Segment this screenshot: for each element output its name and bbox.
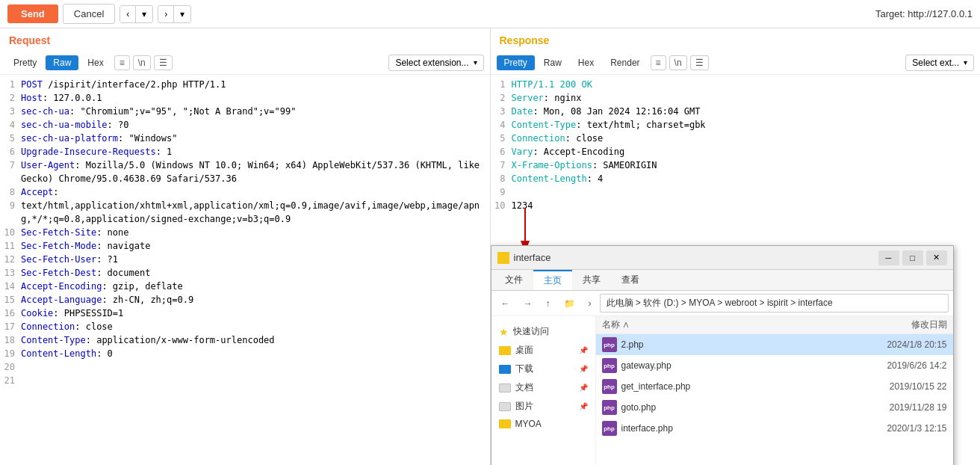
exp-ribbon-tab-file[interactable]: 文件 [494, 270, 533, 290]
exp-sidebar-item-documents[interactable]: 文档 📌 [491, 378, 595, 397]
line-number: 19 [0, 347, 21, 360]
exp-ribbon-tab-view[interactable]: 查看 [611, 270, 650, 290]
nav-forward-group: › ▾ [158, 5, 191, 23]
request-line: 9text/html,application/xhtml+xml,applica… [0, 199, 490, 226]
request-line: 2Host: 127.0.0.1 [0, 91, 490, 105]
response-line: 8Content-Length: 4 [491, 172, 981, 185]
line-content: Connection: close [21, 320, 490, 333]
nav-forward-dropdown-button[interactable]: ▾ [174, 6, 190, 22]
request-line: 5sec-ch-ua-platform: "Windows" [0, 132, 490, 145]
exp-file-date: 2024/1/8 20:15 [858, 339, 947, 350]
exp-sidebar-item-downloads[interactable]: 下载 📌 [491, 360, 595, 378]
main-content: Request Pretty Raw Hex ≡ \n ☰ Select ext… [0, 28, 980, 465]
response-panel: Response Pretty Raw Hex Render ≡ \n ☰ Se… [491, 28, 981, 465]
request-panel: Request Pretty Raw Hex ≡ \n ☰ Select ext… [0, 28, 491, 465]
tab-request-pretty[interactable]: Pretty [6, 55, 44, 70]
nav-back-button[interactable]: ‹ [120, 6, 136, 22]
tab-response-hex[interactable]: Hex [571, 55, 601, 70]
exp-file-name: get_interface.php [621, 381, 853, 392]
php-file-icon: php [602, 421, 617, 436]
line-number: 11 [0, 239, 21, 253]
line-content: Content-Type: application/x-www-form-url… [21, 333, 490, 347]
line-number: 20 [0, 360, 21, 374]
line-content: Server: nginx [512, 91, 981, 105]
exp-file-row[interactable]: phpgateway.php2019/6/26 14:2 [596, 355, 953, 376]
exp-ribbon-tab-share[interactable]: 共享 [572, 270, 611, 290]
tab-response-render[interactable]: Render [603, 55, 647, 70]
exp-nav-up-button[interactable]: ↑ [541, 296, 556, 311]
exp-ribbon-tab-home[interactable]: 主页 [533, 270, 572, 290]
request-line: 15Accept-Language: zh-CN, zh;q=0.9 [0, 293, 490, 307]
exp-nav-back-button[interactable]: ← [496, 296, 515, 311]
response-line: 1HTTP/1.1 200 OK [491, 78, 981, 91]
exp-file-name: 2.php [621, 339, 853, 350]
request-line: 16Cookie: PHPSESSID=1 [0, 307, 490, 320]
line-number: 3 [491, 105, 512, 118]
cancel-button[interactable]: Cancel [63, 4, 115, 24]
tab-response-pretty[interactable]: Pretty [497, 55, 535, 70]
tab-request-raw[interactable]: Raw [46, 55, 78, 70]
line-content: User-Agent: Mozilla/5.0 (Windows NT 10.0… [21, 158, 490, 185]
line-content: Content-Type: text/html; charset=gbk [512, 118, 981, 132]
response-select-ext-arrow-icon: ▾ [964, 58, 967, 67]
exp-file-row[interactable]: phpgoto.php2019/11/28 19 [596, 397, 953, 418]
exp-title-controls: ─ □ ✕ [878, 250, 947, 265]
exp-close-button[interactable]: ✕ [926, 250, 947, 265]
exp-file-row[interactable]: php2.php2024/1/8 20:15 [596, 334, 953, 355]
line-content: Upgrade-Insecure-Requests: 1 [21, 145, 490, 158]
exp-filelist-header: 名称 ∧ 修改日期 [596, 316, 953, 334]
exp-sidebar-item-desktop[interactable]: 桌面 📌 [491, 341, 595, 360]
exp-sidebar-item-quickaccess[interactable]: ★ 快速访问 [491, 322, 595, 341]
line-number: 9 [491, 185, 512, 199]
line-content [512, 185, 981, 199]
line-number: 18 [0, 333, 21, 347]
response-line: 101234 [491, 199, 981, 212]
response-select-extension[interactable]: Select ext... ▾ [905, 55, 974, 71]
exp-file-row[interactable]: phpinterface.php2020/1/3 12:15 [596, 418, 953, 439]
response-icon-btn-3[interactable]: ☰ [690, 55, 709, 70]
request-line: 1POST /ispirit/interface/2.php HTTP/1.1 [0, 78, 490, 91]
line-number: 21 [0, 374, 21, 387]
exp-nav-arrow-separator: › [583, 296, 597, 311]
exp-sidebar-item-myoa[interactable]: MYOA [491, 416, 595, 432]
exp-ribbon: 文件 主页 共享 查看 [491, 270, 953, 291]
exp-maximize-button[interactable]: □ [902, 250, 923, 265]
request-code-area[interactable]: 1POST /ispirit/interface/2.php HTTP/1.12… [0, 75, 490, 465]
exp-minimize-button[interactable]: ─ [878, 250, 899, 265]
nav-forward-button[interactable]: › [158, 6, 174, 22]
request-line: 8Accept: [0, 185, 490, 199]
line-number: 7 [0, 158, 21, 185]
exp-body: ★ 快速访问 桌面 📌 下载 📌 文档 [491, 316, 953, 465]
exp-breadcrumb[interactable]: 此电脑 > 软件 (D:) > MYOA > webroot > ispirit… [600, 294, 949, 312]
tab-response-raw[interactable]: Raw [536, 55, 569, 70]
line-content: Vary: Accept-Encoding [512, 145, 981, 158]
line-number: 5 [491, 132, 512, 145]
exp-file-date: 2019/10/15 22 [858, 381, 947, 392]
nav-back-dropdown-button[interactable]: ▾ [136, 6, 152, 22]
send-button[interactable]: Send [7, 4, 58, 23]
response-icon-btn-2[interactable]: \n [669, 55, 687, 70]
php-file-icon: php [602, 337, 617, 352]
request-line: 6Upgrade-Insecure-Requests: 1 [0, 145, 490, 158]
line-number: 8 [491, 172, 512, 185]
request-icon-btn-2[interactable]: \n [133, 55, 151, 70]
exp-file-date: 2019/11/28 19 [858, 402, 947, 413]
request-line: 21 [0, 374, 490, 387]
exp-sidebar-item-pictures[interactable]: 图片 📌 [491, 397, 595, 416]
tab-request-hex[interactable]: Hex [80, 55, 111, 70]
exp-file-name: goto.php [621, 402, 853, 413]
response-line: 7X-Frame-Options: SAMEORIGIN [491, 158, 981, 172]
pictures-pin-icon: 📌 [579, 402, 588, 410]
request-icon-btn-3[interactable]: ☰ [154, 55, 173, 70]
response-icon-btn-1[interactable]: ≡ [651, 55, 666, 70]
response-line: 6Vary: Accept-Encoding [491, 145, 981, 158]
exp-nav-forward-button[interactable]: → [518, 296, 538, 311]
exp-file-row[interactable]: phpget_interface.php2019/10/15 22 [596, 376, 953, 397]
line-number: 6 [491, 145, 512, 158]
request-select-extension[interactable]: Select extension... ▾ [388, 55, 483, 71]
request-icon-btn-1[interactable]: ≡ [114, 55, 130, 70]
line-number: 12 [0, 253, 21, 266]
select-ext-label: Select extension... [395, 58, 468, 68]
request-line: 19Content-Length: 0 [0, 347, 490, 360]
line-number: 6 [0, 145, 21, 158]
